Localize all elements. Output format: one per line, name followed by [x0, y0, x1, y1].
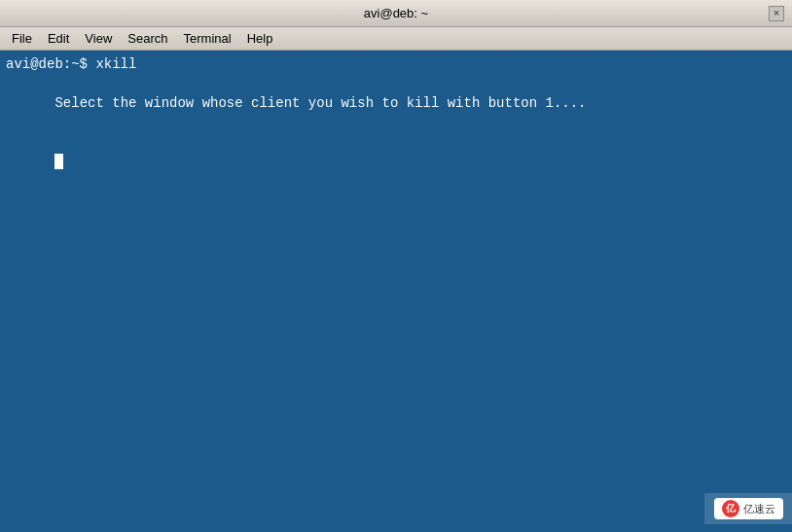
terminal-cursor: [54, 154, 63, 169]
title-bar: avi@deb: ~ ×: [0, 0, 792, 27]
watermark-inner: 亿 亿速云: [714, 498, 783, 519]
window-title: avi@deb: ~: [364, 6, 428, 20]
menu-item-edit[interactable]: Edit: [40, 29, 77, 48]
menu-item-file[interactable]: File: [4, 29, 40, 48]
menu-item-terminal[interactable]: Terminal: [176, 29, 239, 48]
terminal-output-line: Select the window whose client you wish …: [6, 74, 786, 132]
menu-item-search[interactable]: Search: [120, 29, 175, 48]
menu-bar: File Edit View Search Terminal Help: [0, 27, 792, 51]
terminal-cursor-line: [6, 132, 786, 191]
terminal-window: avi@deb: ~ × File Edit View Search Termi…: [0, 0, 792, 532]
close-button[interactable]: ×: [769, 6, 784, 21]
menu-item-help[interactable]: Help: [239, 29, 281, 48]
watermark-text: 亿速云: [743, 502, 775, 516]
terminal-prompt-line: avi@deb:~$ xkill: [6, 54, 786, 74]
watermark: 亿 亿速云: [704, 493, 792, 524]
terminal-body[interactable]: avi@deb:~$ xkill Select the window whose…: [0, 51, 792, 532]
menu-item-view[interactable]: View: [77, 29, 120, 48]
watermark-logo: 亿: [722, 500, 739, 517]
